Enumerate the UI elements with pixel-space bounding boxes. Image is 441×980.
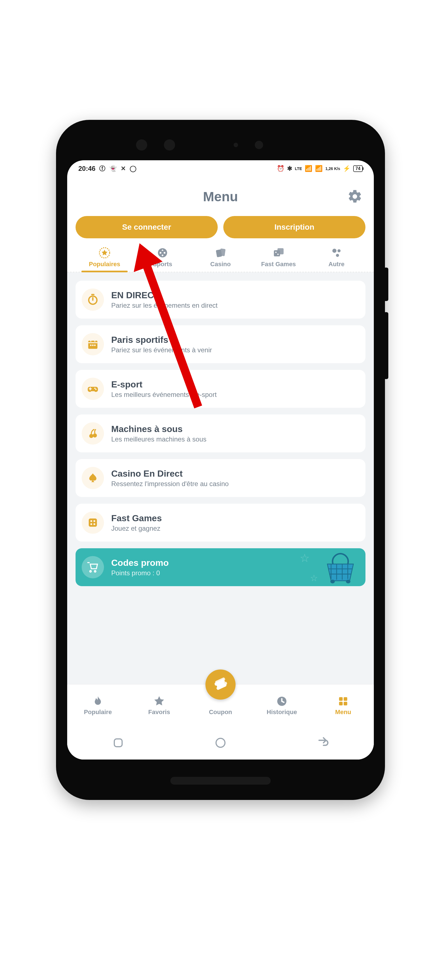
- calendar-icon: [87, 338, 99, 350]
- stopwatch-icon: [87, 293, 99, 306]
- svg-point-13: [90, 345, 92, 346]
- tab-label: Populaires: [89, 261, 120, 268]
- nav-label: Menu: [335, 708, 351, 716]
- tab-label: Fast Games: [261, 261, 296, 268]
- battery-level: 74: [353, 165, 363, 172]
- soccer-icon: [156, 247, 169, 259]
- clock-icon: [276, 695, 288, 707]
- circle-icon: [214, 736, 227, 749]
- svg-point-17: [96, 388, 97, 390]
- svg-point-23: [90, 523, 92, 525]
- svg-rect-31: [344, 702, 347, 705]
- svg-point-18: [89, 434, 93, 438]
- menu-subtitle: Les meilleurs événements d'e-sport: [111, 391, 217, 399]
- category-tabs: Populaires Sports Casino Fast Games Autr…: [67, 244, 374, 272]
- svg-point-9: [338, 249, 341, 252]
- status-left: 20:46 ⓕ 👻 ✕ ◯: [78, 164, 137, 173]
- menu-item-live[interactable]: EN DIRECT Pariez sur les événements en d…: [76, 281, 365, 318]
- dice-icon: [87, 517, 99, 529]
- svg-point-24: [93, 523, 96, 525]
- svg-rect-5: [277, 248, 283, 255]
- menu-icon-wrap: [82, 511, 104, 534]
- star-badge-icon: [99, 247, 111, 259]
- menu-text: Paris sportifs Pariez sur les événements…: [111, 335, 212, 354]
- nav-label: Favoris: [148, 708, 170, 716]
- menu-icon-wrap: [82, 467, 104, 489]
- svg-point-14: [92, 345, 94, 346]
- nav-label: Historique: [267, 708, 297, 716]
- menu-item-fast-games[interactable]: Fast Games Jouez et gagnez: [76, 504, 365, 542]
- whatsapp-icon: ◯: [130, 165, 137, 172]
- nav-menu[interactable]: Menu: [312, 695, 374, 716]
- tab-casino[interactable]: Casino: [191, 247, 250, 272]
- promo-subtitle: Points promo : 0: [111, 569, 169, 577]
- nav-label: Populaire: [84, 708, 112, 716]
- menu-item-esport[interactable]: E-sport Les meilleurs événements d'e-spo…: [76, 370, 365, 408]
- menu-subtitle: Ressentez l'impression d'être au casino: [111, 480, 229, 488]
- svg-point-6: [275, 252, 277, 253]
- grid-icon: [337, 695, 349, 707]
- menu-item-slots[interactable]: Machines à sous Les meilleures machines …: [76, 414, 365, 452]
- menu-title: Machines à sous: [111, 424, 207, 434]
- svg-rect-29: [344, 697, 347, 701]
- back-icon: [315, 735, 330, 750]
- tab-fast-games[interactable]: Fast Games: [250, 247, 307, 272]
- bluetooth-icon: ✱: [287, 165, 292, 172]
- star-decoration: ☆: [300, 552, 310, 565]
- menu-icon-wrap: [82, 378, 104, 400]
- nav-label: Coupon: [209, 708, 232, 716]
- menu-text: Machines à sous Les meilleures machines …: [111, 424, 207, 443]
- menu-item-promo[interactable]: ☆ ☆ Codes promo Points promo : 0: [76, 548, 365, 586]
- tab-autre[interactable]: Autre: [307, 247, 365, 272]
- login-button[interactable]: Se connecter: [76, 216, 218, 238]
- register-button[interactable]: Inscription: [223, 216, 365, 238]
- bottom-nav: Populaire Favoris Coupon Historique Menu: [67, 684, 374, 726]
- flame-icon: [92, 695, 104, 707]
- menu-icon-wrap: [82, 333, 104, 355]
- android-recents[interactable]: [110, 735, 127, 751]
- more-icon: [330, 247, 342, 259]
- promo-icon-wrap: [82, 556, 104, 578]
- auth-row: Se connecter Inscription: [67, 216, 374, 244]
- spade-icon: [87, 472, 99, 484]
- gear-icon: [347, 189, 363, 204]
- svg-rect-32: [114, 739, 122, 747]
- status-time: 20:46: [78, 165, 96, 173]
- menu-item-live-casino[interactable]: Casino En Direct Ressentez l'impression …: [76, 459, 365, 497]
- star-decoration: ☆: [310, 573, 318, 583]
- settings-button[interactable]: [347, 189, 363, 204]
- menu-item-sports[interactable]: Paris sportifs Pariez sur les événements…: [76, 325, 365, 363]
- svg-point-10: [336, 254, 339, 257]
- star-icon: [153, 695, 165, 707]
- screen: 20:46 ⓕ 👻 ✕ ◯ ⏰ ✱ LTE 📶 📶 1,26 K/s ⚡ 74 …: [67, 160, 374, 759]
- svg-point-21: [90, 520, 92, 522]
- nav-favoris[interactable]: Favoris: [129, 695, 190, 716]
- svg-point-33: [216, 738, 225, 747]
- android-home[interactable]: [212, 735, 229, 751]
- tab-populaires[interactable]: Populaires: [76, 247, 134, 272]
- menu-title: EN DIRECT: [111, 290, 218, 301]
- menu-text: E-sport Les meilleurs événements d'e-spo…: [111, 379, 217, 399]
- menu-subtitle: Les meilleures machines à sous: [111, 435, 207, 443]
- ticket-icon: [213, 677, 228, 692]
- charging-icon: ⚡: [343, 165, 350, 172]
- tab-sports[interactable]: Sports: [134, 247, 191, 272]
- cherry-icon: [87, 427, 99, 439]
- promo-title: Codes promo: [111, 558, 169, 568]
- tab-label: Sports: [153, 261, 172, 268]
- menu-subtitle: Pariez sur les événements en direct: [111, 302, 218, 309]
- phone-notch: [56, 137, 385, 153]
- svg-point-15: [94, 345, 96, 346]
- android-back[interactable]: [314, 735, 331, 751]
- cart-icon: [87, 561, 99, 573]
- coupon-fab[interactable]: [205, 670, 236, 700]
- tab-label: Autre: [328, 261, 344, 268]
- tab-label: Casino: [210, 261, 231, 268]
- svg-point-22: [93, 520, 96, 522]
- header-title: Menu: [203, 189, 238, 204]
- facebook-icon: ⓕ: [99, 164, 105, 173]
- basket-illustration: [321, 551, 360, 584]
- lte-label: LTE: [295, 166, 302, 171]
- nav-historique[interactable]: Historique: [251, 695, 312, 716]
- nav-populaire[interactable]: Populaire: [67, 695, 129, 716]
